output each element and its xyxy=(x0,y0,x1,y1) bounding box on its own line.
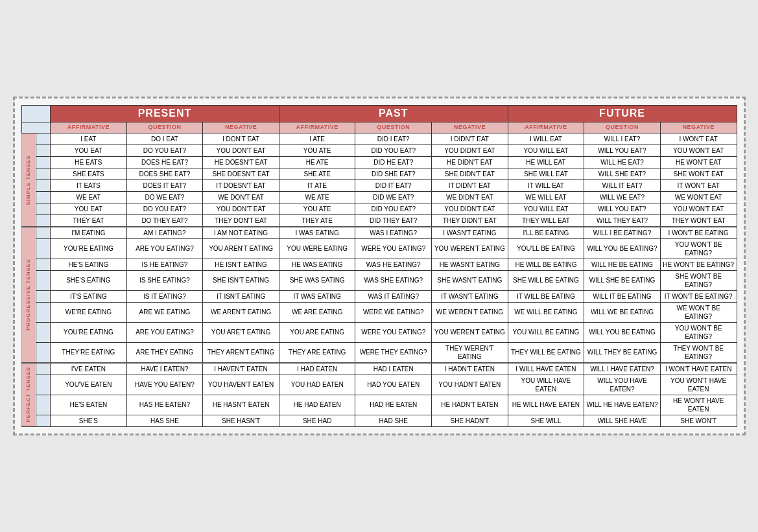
table-cell: WILL YOU EAT? xyxy=(584,145,661,156)
table-cell: IT DOESN'T EAT xyxy=(203,179,279,191)
table-cell: IT WON'T EAT xyxy=(660,179,737,191)
table-cell: SHE WON'T EAT xyxy=(660,168,737,179)
table-cell: WILL HE BE EATING xyxy=(584,259,661,270)
present-header: PRESENT xyxy=(51,106,279,122)
table-cell: I DIDN'T EAT xyxy=(432,133,508,145)
table-cell: HAS HE EATEN? xyxy=(126,395,203,415)
table-cell: SHE HASN'T xyxy=(203,415,279,426)
table-cell: THEY WILL EAT xyxy=(508,214,584,227)
table-cell: SHE ISN'T EATING xyxy=(203,270,279,290)
table-cell: DOES SHE EAT? xyxy=(126,168,203,179)
table-cell: DO YOU EAT? xyxy=(126,203,203,214)
table-cell: DO THEY EAT? xyxy=(126,214,203,227)
table-cell: SHE WILL BE EATING xyxy=(508,270,584,290)
table-cell: IT EATS xyxy=(51,179,127,191)
table-cell: IT WILL EAT xyxy=(508,179,584,191)
table-cell: WAS IT EATING? xyxy=(355,290,432,302)
table-cell: THEY WON'T BE EATING? xyxy=(660,342,737,363)
table-cell: WILL SHE BE EATING xyxy=(584,270,661,290)
table-cell: SHE WON'T xyxy=(660,415,737,426)
table-cell: IS SHE EATING? xyxy=(126,270,203,290)
table-cell: HE HASN'T EATEN xyxy=(203,395,279,415)
table-cell: YOU WILL EAT xyxy=(508,145,584,156)
table-cell: WAS HE EATING? xyxy=(355,259,432,270)
table-cell: IT WASN'T EATING xyxy=(432,290,508,302)
table-cell: YOU WON'T BE EATING? xyxy=(660,238,737,259)
table-cell: DID YOU EAT? xyxy=(355,145,432,156)
table-cell: YOU DON'T EAT xyxy=(203,203,279,214)
table-cell: SHE HAD xyxy=(279,415,355,426)
section-label-perfect-section: PERFECT TENSES xyxy=(21,363,36,427)
table-cell: HE WON'T HAVE EATEN xyxy=(660,395,737,415)
table-cell: WAS I EATING? xyxy=(355,227,432,239)
table-cell: WILL I EAT? xyxy=(584,133,661,145)
table-cell: WILL YOU EAT? xyxy=(584,203,661,214)
table-cell: DID WE EAT? xyxy=(355,191,432,203)
table-cell: WE ATE xyxy=(279,191,355,203)
future-header: FUTURE xyxy=(508,106,737,122)
table-cell: YOU AREN'T EATING xyxy=(203,238,279,259)
table-cell: YOU HAVEN'T EATEN xyxy=(203,375,279,395)
table-cell: SHE DOESN'T EAT xyxy=(203,168,279,179)
table-cell: HE WON'T BE EATING? xyxy=(660,259,737,270)
table-cell: WERE YOU EATING? xyxy=(355,238,432,259)
table-cell: I'LL BE EATING xyxy=(508,227,584,239)
table-cell: I EAT xyxy=(51,133,127,145)
table-cell: WE WILL BE EATING xyxy=(508,302,584,322)
present-aff-header: AFFIRMATIVE xyxy=(51,122,127,133)
table-cell: ARE THEY EATING xyxy=(126,342,203,363)
table-cell: YOU WON'T HAVE EATEN xyxy=(660,375,737,395)
table-cell: WILL HE EAT? xyxy=(584,156,661,168)
table-cell: WILL I HAVE EATEN? xyxy=(584,363,661,375)
table-cell: HAVE YOU EATEN? xyxy=(126,375,203,395)
table-cell: THEY WON'T EAT xyxy=(660,214,737,227)
table-cell: IT'S EATING xyxy=(51,290,127,302)
table-cell: SHE WAS EATING xyxy=(279,270,355,290)
table-cell: I'VE EATEN xyxy=(51,363,127,375)
table-cell: HE ATE xyxy=(279,156,355,168)
table-cell: WILL WE BE EATING xyxy=(584,302,661,322)
table-cell: THEY AREN'T EATING xyxy=(203,342,279,363)
table-cell: YOU ARE'T EATING xyxy=(203,322,279,342)
table-cell: I WILL HAVE EATEN xyxy=(508,363,584,375)
table-cell: WERE THEY EATING? xyxy=(355,342,432,363)
table-cell: HE'S EATING xyxy=(51,259,127,270)
table-cell: YOU HAD EATEN xyxy=(279,375,355,395)
table-cell: WILL THEY EAT? xyxy=(584,214,661,227)
table-cell: IT WILL BE EATING xyxy=(508,290,584,302)
table-cell: SHE WILL EAT xyxy=(508,168,584,179)
table-cell: HE WILL HAVE EATEN xyxy=(508,395,584,415)
table-cell: HE'S EATEN xyxy=(51,395,127,415)
table-cell: THEY ATE xyxy=(279,214,355,227)
table-cell: I'M EATING xyxy=(51,227,127,239)
table-cell: WILL SHE HAVE xyxy=(584,415,661,426)
table-cell: SHE EATS xyxy=(51,168,127,179)
table-cell: WE AREN'T EATING xyxy=(203,302,279,322)
table-cell: THEY DON'T EAT xyxy=(203,214,279,227)
past-neg-header: NEGATIVE xyxy=(432,122,508,133)
table-cell: YOU DIDN'T EAT xyxy=(432,203,508,214)
table-cell: WILL YOU BE EATING xyxy=(584,322,661,342)
table-cell: I WAS EATING xyxy=(279,227,355,239)
table-cell: DID YOU EAT? xyxy=(355,203,432,214)
table-cell: SHE WILL xyxy=(508,415,584,426)
table-cell: YOU'RE EATING xyxy=(51,238,127,259)
table-cell: DID THEY EAT? xyxy=(355,214,432,227)
table-cell: HAVE I EATEN? xyxy=(126,363,203,375)
table-cell: HE ISN'T EATING xyxy=(203,259,279,270)
table-cell: WERE WE EATING? xyxy=(355,302,432,322)
table-cell: WE DON'T EAT xyxy=(203,191,279,203)
table-cell: YOU ARE EATING xyxy=(279,322,355,342)
table-cell: DO WE EAT? xyxy=(126,191,203,203)
future-neg-header: NEGATIVE xyxy=(660,122,737,133)
table-cell: YOU DON'T EAT xyxy=(203,145,279,156)
table-cell: WILL WE EAT? xyxy=(584,191,661,203)
table-cell: I HAD EATEN xyxy=(279,363,355,375)
table-cell: YOU EAT xyxy=(51,145,127,156)
table-cell: YOU WERE EATING xyxy=(279,238,355,259)
table-cell: HE HADN'T EATEN xyxy=(432,395,508,415)
table-cell: IT DIDN'T EAT xyxy=(432,179,508,191)
table-cell: WE WEREN'T EATING xyxy=(432,302,508,322)
table-cell: HAD HE EATEN xyxy=(355,395,432,415)
table-cell: WILL SHE EAT? xyxy=(584,168,661,179)
